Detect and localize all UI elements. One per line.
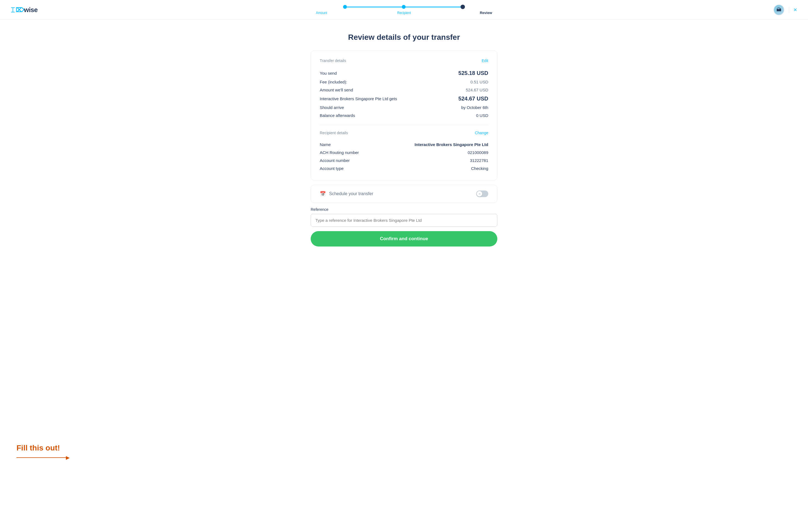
schedule-card: 📅 Schedule your transfer ✕ xyxy=(311,185,497,203)
value-recipient-gets: 524.67 USD xyxy=(458,95,488,102)
transfer-details-title: Transfer details xyxy=(320,58,346,63)
row-account-number: Account number 31222781 xyxy=(320,157,488,164)
label-balance: Balance afterwards xyxy=(320,113,355,118)
transfer-details-header: Transfer details Edit xyxy=(320,58,488,63)
recipient-details-header: Recipient details Change xyxy=(320,131,488,135)
fill-annotation: Fill this out! ▶ xyxy=(17,444,70,461)
change-link[interactable]: Change xyxy=(475,131,488,135)
row-should-arrive: Should arrive by October 6th xyxy=(320,104,488,111)
label-should-arrive: Should arrive xyxy=(320,105,344,110)
fill-text: Fill this out! xyxy=(17,444,60,453)
logo: ⌶ ⌦wise xyxy=(11,5,38,14)
row-account-type: Account type Checking xyxy=(320,164,488,172)
step-connector-2 xyxy=(406,6,461,7)
row-you-send: You send 525.18 USD xyxy=(320,68,488,78)
step-label-amount[interactable]: Amount xyxy=(316,11,374,15)
value-account-type: Checking xyxy=(471,166,488,171)
label-name: Name xyxy=(320,142,331,147)
main-content: Review details of your transfer Transfer… xyxy=(305,20,503,269)
step-label-recipient[interactable]: Recipient xyxy=(374,11,434,15)
reference-section: Reference xyxy=(311,207,497,227)
step-connector-1 xyxy=(347,6,402,7)
logo-text: ⌦wise xyxy=(16,5,38,14)
value-fee: 0.51 USD xyxy=(471,79,488,84)
label-recipient-gets: Interactive Brokers Singapore Pte Ltd ge… xyxy=(320,96,397,101)
reference-input[interactable] xyxy=(311,214,497,227)
progress-steps: Amount Recipient Review xyxy=(322,0,486,19)
toggle-x-icon: ✕ xyxy=(478,192,481,196)
schedule-label: Schedule your transfer xyxy=(329,191,373,196)
header-right: 🏔 × xyxy=(773,4,797,15)
step-node-amount xyxy=(343,5,347,9)
schedule-left: 📅 Schedule your transfer xyxy=(320,191,373,197)
step-node-recipient xyxy=(402,5,406,9)
toggle-knob: ✕ xyxy=(477,191,482,197)
transfer-details-card: Transfer details Edit You send 525.18 US… xyxy=(311,51,497,180)
fill-arrow-line xyxy=(17,457,66,458)
value-ach: 021000089 xyxy=(468,150,488,155)
row-ach: ACH Routing number 021000089 xyxy=(320,148,488,157)
value-balance: 0 USD xyxy=(476,113,488,118)
row-name: Name Interactive Brokers Singapore Pte L… xyxy=(320,141,488,148)
step-label-review: Review xyxy=(434,11,492,15)
step-node-review xyxy=(461,5,465,9)
value-should-arrive: by October 6th xyxy=(461,105,488,110)
fill-arrow: ▶ xyxy=(17,455,70,461)
row-recipient-gets: Interactive Brokers Singapore Pte Ltd ge… xyxy=(320,94,488,104)
header-divider xyxy=(789,6,789,13)
reference-label: Reference xyxy=(311,207,497,212)
label-amount-send: Amount we'll send xyxy=(320,88,353,92)
calendar-icon: 📅 xyxy=(320,191,326,197)
fill-arrowhead-icon: ▶ xyxy=(66,455,70,461)
label-account-type: Account type xyxy=(320,166,344,171)
recipient-details-title: Recipient details xyxy=(320,131,348,135)
value-name: Interactive Brokers Singapore Pte Ltd xyxy=(415,142,488,147)
close-button[interactable]: × xyxy=(793,7,797,13)
label-fee: Fee (included): xyxy=(320,79,347,84)
section-divider xyxy=(320,125,488,125)
edit-link[interactable]: Edit xyxy=(482,58,488,63)
row-amount-send: Amount we'll send 524.67 USD xyxy=(320,86,488,94)
row-fee: Fee (included): 0.51 USD xyxy=(320,78,488,86)
row-balance: Balance afterwards 0 USD xyxy=(320,111,488,120)
schedule-toggle[interactable]: ✕ xyxy=(476,190,488,197)
confirm-button[interactable]: Confirm and continue xyxy=(311,231,497,246)
value-account-number: 31222781 xyxy=(470,158,488,163)
label-you-send: You send xyxy=(320,71,337,75)
value-you-send: 525.18 USD xyxy=(458,70,488,76)
header: ⌶ ⌦wise Amount Recipient Review 🏔 × xyxy=(0,0,808,20)
label-account-number: Account number xyxy=(320,158,350,163)
avatar[interactable]: 🏔 xyxy=(773,4,784,15)
label-ach: ACH Routing number xyxy=(320,150,359,155)
logo-arrow-icon: ⌶ xyxy=(11,7,15,13)
value-amount-send: 524.67 USD xyxy=(466,88,488,92)
page-title: Review details of your transfer xyxy=(311,33,497,42)
